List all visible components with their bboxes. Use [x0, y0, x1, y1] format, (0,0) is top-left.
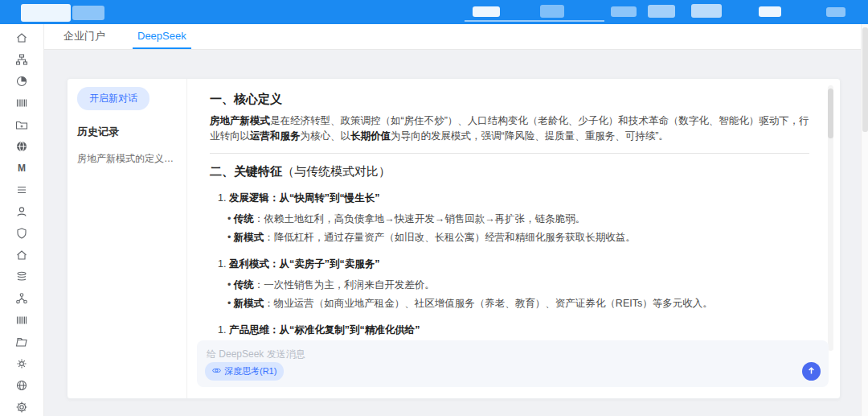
org-chart-icon	[15, 53, 28, 66]
deep-think-label: 深度思考(R1)	[224, 365, 276, 377]
bullet-item: 传统：依赖土地红利，高负债拿地→快速开发→销售回款→再扩张，链条脆弱。	[227, 212, 809, 227]
text-segment: 产品思维：从“标准化复制”到“精准化供给”	[229, 324, 420, 336]
blurred-menu-item[interactable]	[648, 5, 675, 18]
blurred-menu-item[interactable]	[611, 6, 637, 17]
sidebar-item-home[interactable]	[15, 31, 28, 44]
sidebar-item-globe-filled[interactable]	[15, 140, 28, 153]
text-segment: 为导向的发展模式，强调“降风险、提质量、重服务、可持续”。	[391, 130, 669, 142]
composer: 给 DeepSeek 发送消息 深度思考(R1)	[197, 340, 829, 387]
sidebar: M	[0, 24, 44, 416]
svg-text:M: M	[18, 163, 26, 174]
text-segment: 一、核心定义	[210, 92, 282, 105]
app-root: M 企业门户DeepSeek 开启新对话 历史记录 房地产新模式的定义是什么 一…	[0, 0, 868, 416]
history-title: 历史记录	[77, 125, 177, 139]
sidebar-item-barcode[interactable]	[15, 97, 28, 109]
text-segment: 运营和服务	[250, 130, 301, 142]
page-scrollbar[interactable]	[861, 24, 868, 416]
barcode-alt-icon	[15, 314, 28, 327]
chat-block-heading: 一、核心定义	[210, 92, 809, 107]
sidebar-item-org-chart[interactable]	[15, 53, 28, 66]
blurred-menu-item[interactable]	[473, 6, 500, 17]
blurred-menu-item[interactable]	[759, 6, 781, 17]
bullet-label: 新模式	[234, 298, 264, 309]
globe-filled-icon	[15, 140, 28, 153]
sidebar-item-folder-add[interactable]	[15, 118, 28, 131]
bullet-label: 新模式	[234, 232, 264, 243]
text-segment: 长期价值	[350, 130, 391, 142]
barcode-icon	[15, 97, 28, 109]
chat-block-bullets: 传统：一次性销售为主，利润来自开发差价。新模式：物业运营（如商业地产租金）、社区…	[227, 278, 809, 311]
chat-card: 开启新对话 历史记录 房地产新模式的定义是什么 一、核心定义房地产新模式是在经济…	[67, 78, 841, 399]
bullet-item: 新模式：降低杠杆，通过存量资产（如旧改、长租公寓）经营和精细化服务获取长期收益。	[227, 231, 809, 245]
list-icon	[15, 183, 28, 196]
bullet-item: 传统：一次性销售为主，利润来自开发差价。	[227, 278, 809, 293]
bullet-item: 新模式：物业运营（如商业地产租金）、社区增值服务（养老、教育）、资产证券化（RE…	[227, 297, 809, 311]
letter-m-icon: M	[15, 162, 28, 175]
sidebar-item-pie-chart[interactable]	[15, 75, 28, 88]
new-chat-button[interactable]: 开启新对话	[77, 87, 149, 110]
deep-think-button[interactable]: 深度思考(R1)	[205, 362, 284, 381]
chat-block-paragraph: 房地产新模式是在经济转型、政策调控（如“房住不炒”）、人口结构变化（老龄化、少子…	[210, 113, 809, 144]
deep-think-icon	[212, 366, 221, 377]
tabbar: 企业门户DeepSeek	[44, 24, 868, 50]
text-segment: 房地产新模式	[210, 115, 270, 126]
chat-area: 一、核心定义房地产新模式是在经济转型、政策调控（如“房住不炒”）、人口结构变化（…	[187, 79, 840, 398]
sidebar-item-network[interactable]	[15, 292, 28, 305]
chat-block-bullets: 传统：依赖土地红利，高负债拿地→快速开发→销售回款→再扩张，链条脆弱。新模式：降…	[227, 212, 809, 245]
page-scrollbar-thumb[interactable]	[862, 27, 868, 132]
text-segment: 二、关键特征	[210, 164, 282, 178]
bullet-label: 传统	[234, 213, 254, 224]
text-segment: （与传统模式对比）	[282, 164, 391, 178]
sidebar-item-shield[interactable]	[15, 227, 28, 240]
gear-icon	[15, 401, 28, 414]
sidebar-item-badge[interactable]	[15, 357, 28, 370]
bullet-label: 传统	[234, 279, 254, 290]
text-segment: 盈利模式：从“卖房子”到“卖服务”	[229, 258, 380, 270]
blurred-menu-item[interactable]	[691, 4, 722, 18]
sidebar-item-list[interactable]	[15, 183, 28, 196]
arrow-up-icon	[806, 365, 817, 378]
chat-messages: 一、核心定义房地产新模式是在经济转型、政策调控（如“房住不炒”）、人口结构变化（…	[187, 79, 840, 340]
history-list: 房地产新模式的定义是什么	[77, 152, 177, 166]
blurred-menu-item[interactable]	[826, 7, 845, 17]
sidebar-item-user[interactable]	[15, 205, 28, 218]
sidebar-item-home-alt[interactable]	[15, 249, 28, 262]
chat-block-divider	[210, 153, 809, 154]
network-icon	[15, 292, 28, 305]
message-input[interactable]: 给 DeepSeek 发送消息	[197, 340, 829, 369]
history-panel: 开启新对话 历史记录 房地产新模式的定义是什么	[68, 79, 187, 398]
blurred-menu-item[interactable]	[540, 5, 564, 18]
list-number: 1.	[218, 258, 229, 270]
chat-block-numbered: 1. 发展逻辑：从“快周转”到“慢生长”	[218, 192, 809, 205]
globe-icon	[15, 379, 28, 392]
sidebar-item-folder-open[interactable]	[15, 336, 28, 348]
tab-deepseek[interactable]: DeepSeek	[121, 24, 203, 49]
badge-icon	[15, 357, 28, 370]
history-item[interactable]: 房地产新模式的定义是什么	[77, 152, 177, 166]
topbar	[0, 0, 868, 24]
app-logo-accent	[72, 6, 104, 20]
workspace: 开启新对话 历史记录 房地产新模式的定义是什么 一、核心定义房地产新模式是在经济…	[44, 50, 868, 416]
topbar-menu-underline	[465, 20, 604, 22]
chat-block-numbered: 1. 盈利模式：从“卖房子”到“卖服务”	[218, 257, 809, 271]
sidebar-item-gear[interactable]	[15, 401, 28, 414]
app-logo[interactable]	[21, 4, 71, 22]
send-button[interactable]	[802, 362, 821, 381]
user-icon	[15, 205, 28, 218]
chat-block-heading: 二、关键特征（与传统模式对比）	[210, 164, 809, 179]
sidebar-item-barcode-alt[interactable]	[15, 314, 28, 327]
sidebar-item-letter-m[interactable]: M	[15, 162, 28, 175]
sidebar-item-globe[interactable]	[15, 379, 28, 392]
tab-enterprise-portal[interactable]: 企业门户	[47, 24, 121, 49]
sidebar-item-layers[interactable]	[15, 270, 28, 283]
chat-scrollbar-thumb[interactable]	[828, 89, 833, 138]
folder-add-icon	[15, 118, 28, 131]
shield-icon	[15, 227, 28, 240]
home-icon	[15, 31, 28, 44]
folder-open-icon	[15, 336, 28, 348]
text-segment: 为核心、以	[301, 130, 351, 142]
text-segment: 发展逻辑：从“快周转”到“慢生长”	[229, 192, 380, 204]
chat-scrollbar[interactable]	[828, 85, 833, 351]
layers-icon	[15, 270, 28, 283]
pie-chart-icon	[15, 75, 28, 88]
